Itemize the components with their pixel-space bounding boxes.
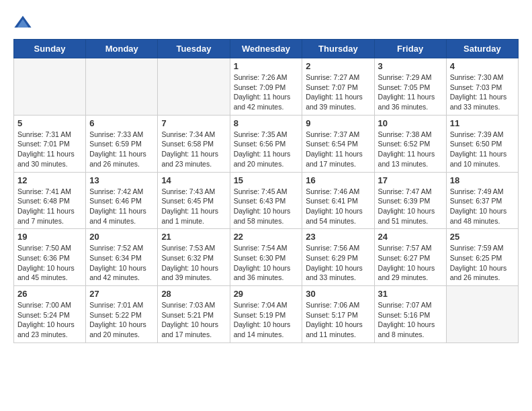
calendar-cell: 19Sunrise: 7:50 AM Sunset: 6:36 PM Dayli… (14, 229, 86, 286)
calendar-cell (446, 286, 518, 343)
day-header-friday: Friday (374, 40, 446, 58)
day-number: 3 (378, 61, 443, 71)
day-number: 29 (234, 289, 299, 299)
day-number: 26 (17, 289, 82, 299)
day-info: Sunrise: 7:54 AM Sunset: 6:30 PM Dayligh… (234, 243, 299, 283)
day-info: Sunrise: 7:07 AM Sunset: 5:16 PM Dayligh… (378, 300, 443, 340)
day-info: Sunrise: 7:41 AM Sunset: 6:48 PM Dayligh… (17, 187, 82, 226)
calendar-cell: 4Sunrise: 7:30 AM Sunset: 7:03 PM Daylig… (446, 58, 518, 116)
day-info: Sunrise: 7:37 AM Sunset: 6:54 PM Dayligh… (306, 130, 370, 169)
calendar-cell: 10Sunrise: 7:38 AM Sunset: 6:52 PM Dayli… (374, 115, 446, 172)
calendar-cell: 1Sunrise: 7:26 AM Sunset: 7:09 PM Daylig… (230, 58, 302, 116)
calendar-cell: 28Sunrise: 7:03 AM Sunset: 5:21 PM Dayli… (158, 286, 230, 343)
day-number: 1 (234, 61, 299, 71)
calendar-table: SundayMondayTuesdayWednesdayThursdayFrid… (13, 39, 519, 343)
calendar-week-2: 5Sunrise: 7:31 AM Sunset: 7:01 PM Daylig… (14, 115, 519, 172)
calendar-header-row: SundayMondayTuesdayWednesdayThursdayFrid… (14, 40, 519, 58)
day-number: 11 (450, 118, 515, 128)
day-number: 5 (17, 118, 82, 128)
calendar-cell: 30Sunrise: 7:06 AM Sunset: 5:17 PM Dayli… (302, 286, 374, 343)
day-number: 13 (89, 175, 154, 185)
day-number: 24 (378, 232, 443, 242)
day-header-tuesday: Tuesday (158, 40, 230, 58)
calendar-cell: 26Sunrise: 7:00 AM Sunset: 5:24 PM Dayli… (14, 286, 86, 343)
day-info: Sunrise: 7:34 AM Sunset: 6:58 PM Dayligh… (161, 130, 226, 169)
calendar-cell: 23Sunrise: 7:56 AM Sunset: 6:29 PM Dayli… (302, 229, 374, 286)
day-info: Sunrise: 7:30 AM Sunset: 7:03 PM Dayligh… (450, 73, 515, 112)
day-number: 10 (378, 118, 443, 128)
calendar-cell: 2Sunrise: 7:27 AM Sunset: 7:07 PM Daylig… (302, 58, 374, 116)
day-header-thursday: Thursday (302, 40, 374, 58)
day-number: 14 (161, 175, 226, 185)
day-number: 23 (306, 232, 370, 242)
calendar-cell: 8Sunrise: 7:35 AM Sunset: 6:56 PM Daylig… (230, 115, 302, 172)
calendar-cell: 13Sunrise: 7:42 AM Sunset: 6:46 PM Dayli… (86, 172, 158, 229)
calendar-cell: 17Sunrise: 7:47 AM Sunset: 6:39 PM Dayli… (374, 172, 446, 229)
calendar-cell: 21Sunrise: 7:53 AM Sunset: 6:32 PM Dayli… (158, 229, 230, 286)
day-number: 17 (378, 175, 443, 185)
calendar-week-1: 1Sunrise: 7:26 AM Sunset: 7:09 PM Daylig… (14, 58, 519, 116)
day-header-saturday: Saturday (446, 40, 518, 58)
day-info: Sunrise: 7:06 AM Sunset: 5:17 PM Dayligh… (306, 300, 370, 340)
calendar-cell (86, 58, 158, 116)
day-info: Sunrise: 7:46 AM Sunset: 6:41 PM Dayligh… (306, 187, 370, 226)
day-info: Sunrise: 7:29 AM Sunset: 7:05 PM Dayligh… (378, 73, 443, 112)
calendar-cell: 6Sunrise: 7:33 AM Sunset: 6:59 PM Daylig… (86, 115, 158, 172)
day-info: Sunrise: 7:39 AM Sunset: 6:50 PM Dayligh… (450, 130, 515, 169)
day-info: Sunrise: 7:04 AM Sunset: 5:19 PM Dayligh… (234, 300, 299, 340)
day-info: Sunrise: 7:26 AM Sunset: 7:09 PM Dayligh… (234, 73, 299, 112)
day-info: Sunrise: 7:53 AM Sunset: 6:32 PM Dayligh… (161, 243, 226, 283)
day-number: 18 (450, 175, 515, 185)
day-info: Sunrise: 7:38 AM Sunset: 6:52 PM Dayligh… (378, 130, 443, 169)
calendar-cell: 11Sunrise: 7:39 AM Sunset: 6:50 PM Dayli… (446, 115, 518, 172)
day-number: 21 (161, 232, 226, 242)
day-info: Sunrise: 7:01 AM Sunset: 5:22 PM Dayligh… (89, 300, 154, 340)
day-info: Sunrise: 7:47 AM Sunset: 6:39 PM Dayligh… (378, 187, 443, 226)
day-info: Sunrise: 7:00 AM Sunset: 5:24 PM Dayligh… (17, 300, 82, 340)
calendar-cell (158, 58, 230, 116)
day-info: Sunrise: 7:35 AM Sunset: 6:56 PM Dayligh… (234, 130, 299, 169)
day-number: 31 (378, 289, 443, 299)
calendar-cell: 29Sunrise: 7:04 AM Sunset: 5:19 PM Dayli… (230, 286, 302, 343)
calendar-cell: 5Sunrise: 7:31 AM Sunset: 7:01 PM Daylig… (14, 115, 86, 172)
calendar-cell: 27Sunrise: 7:01 AM Sunset: 5:22 PM Dayli… (86, 286, 158, 343)
day-info: Sunrise: 7:56 AM Sunset: 6:29 PM Dayligh… (306, 243, 370, 283)
calendar-week-5: 26Sunrise: 7:00 AM Sunset: 5:24 PM Dayli… (14, 286, 519, 343)
day-info: Sunrise: 7:57 AM Sunset: 6:27 PM Dayligh… (378, 243, 443, 283)
day-number: 9 (306, 118, 370, 128)
calendar-cell: 20Sunrise: 7:52 AM Sunset: 6:34 PM Dayli… (86, 229, 158, 286)
day-info: Sunrise: 7:45 AM Sunset: 6:43 PM Dayligh… (234, 187, 299, 226)
day-info: Sunrise: 7:33 AM Sunset: 6:59 PM Dayligh… (89, 130, 154, 169)
calendar-cell: 14Sunrise: 7:43 AM Sunset: 6:45 PM Dayli… (158, 172, 230, 229)
calendar-cell (14, 58, 86, 116)
day-number: 30 (306, 289, 370, 299)
logo-icon (13, 13, 32, 32)
day-number: 28 (161, 289, 226, 299)
day-number: 22 (234, 232, 299, 242)
calendar-cell: 18Sunrise: 7:49 AM Sunset: 6:37 PM Dayli… (446, 172, 518, 229)
day-number: 6 (89, 118, 154, 128)
day-info: Sunrise: 7:59 AM Sunset: 6:25 PM Dayligh… (450, 243, 515, 283)
calendar-cell: 16Sunrise: 7:46 AM Sunset: 6:41 PM Dayli… (302, 172, 374, 229)
calendar-cell: 24Sunrise: 7:57 AM Sunset: 6:27 PM Dayli… (374, 229, 446, 286)
calendar-week-4: 19Sunrise: 7:50 AM Sunset: 6:36 PM Dayli… (14, 229, 519, 286)
day-info: Sunrise: 7:31 AM Sunset: 7:01 PM Dayligh… (17, 130, 82, 169)
day-header-wednesday: Wednesday (230, 40, 302, 58)
day-info: Sunrise: 7:49 AM Sunset: 6:37 PM Dayligh… (450, 187, 515, 226)
day-info: Sunrise: 7:42 AM Sunset: 6:46 PM Dayligh… (89, 187, 154, 226)
calendar-cell: 31Sunrise: 7:07 AM Sunset: 5:16 PM Dayli… (374, 286, 446, 343)
calendar-cell: 12Sunrise: 7:41 AM Sunset: 6:48 PM Dayli… (14, 172, 86, 229)
day-number: 19 (17, 232, 82, 242)
day-number: 20 (89, 232, 154, 242)
day-number: 7 (161, 118, 226, 128)
day-info: Sunrise: 7:27 AM Sunset: 7:07 PM Dayligh… (306, 73, 370, 112)
calendar-cell: 3Sunrise: 7:29 AM Sunset: 7:05 PM Daylig… (374, 58, 446, 116)
day-number: 15 (234, 175, 299, 185)
calendar-cell: 15Sunrise: 7:45 AM Sunset: 6:43 PM Dayli… (230, 172, 302, 229)
day-number: 25 (450, 232, 515, 242)
day-info: Sunrise: 7:43 AM Sunset: 6:45 PM Dayligh… (161, 187, 226, 226)
calendar-cell: 25Sunrise: 7:59 AM Sunset: 6:25 PM Dayli… (446, 229, 518, 286)
page-header (13, 13, 519, 32)
calendar-cell: 7Sunrise: 7:34 AM Sunset: 6:58 PM Daylig… (158, 115, 230, 172)
day-info: Sunrise: 7:52 AM Sunset: 6:34 PM Dayligh… (89, 243, 154, 283)
